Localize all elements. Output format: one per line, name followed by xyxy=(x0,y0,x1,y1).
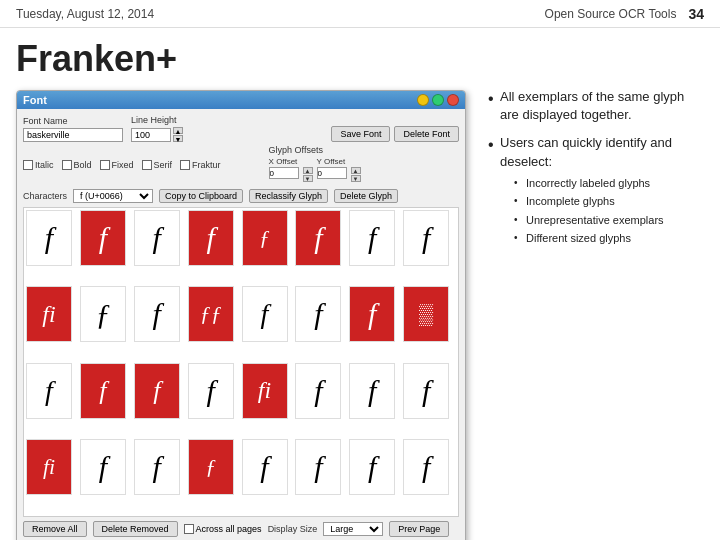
line-height-up[interactable]: ▲ xyxy=(173,127,183,134)
header-title: Open Source OCR Tools xyxy=(545,7,677,21)
glyph-cell[interactable]: f xyxy=(80,439,126,495)
glyph-cell[interactable]: f xyxy=(295,210,341,266)
sub-item-2: Incomplete glyphs xyxy=(514,193,704,210)
close-button[interactable] xyxy=(447,94,459,106)
glyph-cell[interactable]: f xyxy=(80,363,126,419)
x-offset-label: X Offset xyxy=(269,157,299,166)
glyph-cell[interactable]: f xyxy=(26,210,72,266)
across-pages-checkbox[interactable]: Across all pages xyxy=(184,524,262,534)
dialog-bottom-row: Remove All Delete Removed Across all pag… xyxy=(23,521,459,540)
serif-checkbox[interactable]: Serif xyxy=(142,160,173,170)
chars-row: Characters f (U+0066) Copy to Clipboard … xyxy=(23,189,459,203)
checkboxes-row: Italic Bold Fixed Serif Fraktur Glyph Of… xyxy=(23,145,459,185)
glyph-cell[interactable]: fi xyxy=(26,286,72,342)
glyph-cell[interactable]: f xyxy=(188,210,234,266)
sub-item-3: Unrepresentative exemplars xyxy=(514,212,704,229)
bold-checkbox[interactable]: Bold xyxy=(62,160,92,170)
y-offset-up[interactable]: ▲ xyxy=(351,167,361,174)
copy-clipboard-button[interactable]: Copy to Clipboard xyxy=(159,189,243,203)
remove-all-button[interactable]: Remove All xyxy=(23,521,87,537)
x-offset-input[interactable] xyxy=(269,167,299,179)
bullet-main-1: All exemplars of the same glyph are disp… xyxy=(492,88,704,124)
glyph-cell[interactable]: f xyxy=(349,439,395,495)
glyph-cell[interactable]: f xyxy=(242,286,288,342)
glyph-cell[interactable]: f xyxy=(295,439,341,495)
glyph-cell[interactable]: f xyxy=(295,286,341,342)
main-content: Franken+ Font Font Name xyxy=(0,28,720,540)
font-name-group: Font Name xyxy=(23,116,123,142)
right-panel: All exemplars of the same glyph are disp… xyxy=(492,38,704,530)
glyph-cell[interactable]: ƒ xyxy=(242,210,288,266)
glyph-cell[interactable]: fi xyxy=(242,363,288,419)
y-offset-input[interactable] xyxy=(317,167,347,179)
dialog-title-text: Font xyxy=(23,94,47,106)
font-dialog: Font Font Name Line Hei xyxy=(16,90,466,540)
x-offset-down[interactable]: ▼ xyxy=(303,175,313,182)
glyph-cell[interactable]: ƒƒ xyxy=(188,286,234,342)
display-size-select[interactable]: Large Medium Small xyxy=(323,522,383,536)
chars-label: Characters xyxy=(23,191,67,201)
glyph-cell[interactable]: f xyxy=(134,363,180,419)
line-height-label: Line Height xyxy=(131,115,183,125)
x-offset-field: X Offset xyxy=(269,157,299,182)
y-offset-label: Y Offset xyxy=(317,157,347,166)
glyph-grid: f f f f ƒ f f f fi ƒ f ƒƒ f f xyxy=(24,208,458,516)
glyph-cell[interactable]: f xyxy=(80,210,126,266)
header-date: Tuesday, August 12, 2014 xyxy=(16,7,154,21)
x-offset-up[interactable]: ▲ xyxy=(303,167,313,174)
glyph-cell[interactable]: f xyxy=(188,363,234,419)
glyph-cell[interactable]: f xyxy=(349,363,395,419)
y-offset-field: Y Offset xyxy=(317,157,347,182)
fixed-checkbox[interactable]: Fixed xyxy=(100,160,134,170)
header-bar: Tuesday, August 12, 2014 Open Source OCR… xyxy=(0,0,720,28)
glyph-cell[interactable]: f xyxy=(242,439,288,495)
glyph-cell[interactable]: f xyxy=(403,439,449,495)
glyph-cell[interactable]: ƒ xyxy=(80,286,126,342)
fraktur-checkbox[interactable]: Fraktur xyxy=(180,160,221,170)
sub-item-1: Incorrectly labeled glyphs xyxy=(514,175,704,192)
across-pages-label: Across all pages xyxy=(196,524,262,534)
dialog-body: Font Name Line Height ▲ ▼ xyxy=(17,109,465,540)
slide-title: Franken+ xyxy=(16,38,476,80)
glyph-cell[interactable]: f xyxy=(403,363,449,419)
display-size-label: Display Size xyxy=(268,524,318,534)
maximize-button[interactable] xyxy=(432,94,444,106)
save-font-button[interactable]: Save Font xyxy=(331,126,390,142)
glyph-cell[interactable]: f xyxy=(134,439,180,495)
header-right: Open Source OCR Tools 34 xyxy=(545,6,704,22)
glyph-cell[interactable]: f xyxy=(26,363,72,419)
delete-removed-button[interactable]: Delete Removed xyxy=(93,521,178,537)
dialog-titlebar: Font xyxy=(17,91,465,109)
glyph-cell[interactable]: f xyxy=(349,210,395,266)
bullet-points: All exemplars of the same glyph are disp… xyxy=(492,88,704,247)
italic-checkbox[interactable]: Italic xyxy=(23,160,54,170)
header-page: 34 xyxy=(688,6,704,22)
minimize-button[interactable] xyxy=(417,94,429,106)
glyph-cell[interactable]: fi xyxy=(26,439,72,495)
line-height-group: Line Height ▲ ▼ xyxy=(131,115,183,142)
glyph-grid-container: f f f f ƒ f f f fi ƒ f ƒƒ f f xyxy=(23,207,459,517)
font-name-label: Font Name xyxy=(23,116,123,126)
reclassify-button[interactable]: Reclassify Glyph xyxy=(249,189,328,203)
bullet-main-2: Users can quickly identify and deselect:… xyxy=(492,134,704,246)
dialog-controls xyxy=(417,94,459,106)
bullet-sub-list: Incorrectly labeled glyphs Incomplete gl… xyxy=(514,175,704,247)
glyph-cell[interactable]: f xyxy=(349,286,395,342)
glyph-cell[interactable]: f xyxy=(134,210,180,266)
glyph-cell[interactable]: f xyxy=(403,210,449,266)
left-panel: Franken+ Font Font Name xyxy=(16,38,476,530)
glyph-cell[interactable]: f xyxy=(134,286,180,342)
glyph-cell[interactable]: ▒ xyxy=(403,286,449,342)
line-height-down[interactable]: ▼ xyxy=(173,135,183,142)
delete-font-button[interactable]: Delete Font xyxy=(394,126,459,142)
glyph-cell[interactable]: f xyxy=(295,363,341,419)
y-offset-down[interactable]: ▼ xyxy=(351,175,361,182)
font-name-input[interactable] xyxy=(23,128,123,142)
chars-select[interactable]: f (U+0066) xyxy=(73,189,153,203)
delete-glyph-button[interactable]: Delete Glyph xyxy=(334,189,398,203)
glyph-offsets-label: Glyph Offsets xyxy=(269,145,361,155)
glyph-cell[interactable]: ƒ xyxy=(188,439,234,495)
prev-page-button[interactable]: Prev Page xyxy=(389,521,449,537)
glyph-offsets-section: Glyph Offsets X Offset ▲ ▼ Y Of xyxy=(269,145,361,185)
line-height-input[interactable] xyxy=(131,128,171,142)
